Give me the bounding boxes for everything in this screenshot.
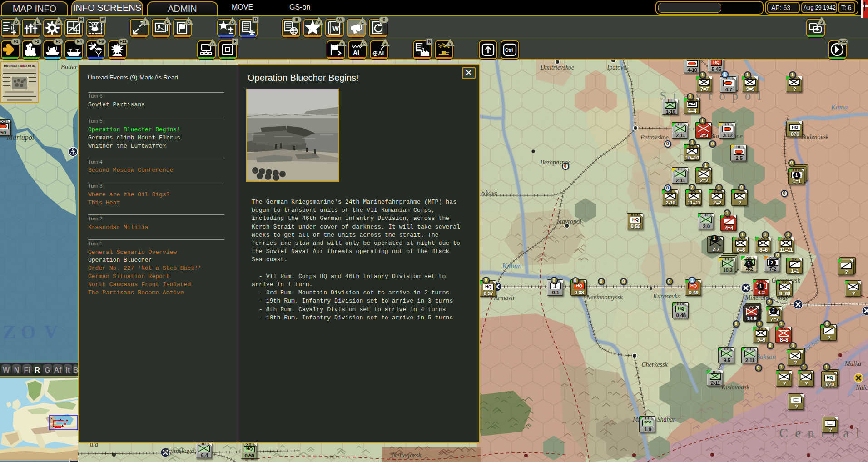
svg-text:Nalc: Nalc [855,384,868,391]
svg-text:Kislovodsk: Kislovodsk [721,384,749,391]
svg-text:Kurasavka: Kurasavka [653,293,681,300]
svg-text:Cherkessk: Cherkessk [641,361,668,368]
svg-text:O: O [21,322,36,343]
svg-text:Malka: Malka [844,360,861,367]
svg-text:AI: AI [353,49,359,56]
svg-text:Buder: Buder [61,63,78,70]
svg-text:Ipatovo: Ipatovo [607,64,627,71]
svg-text:W: W [332,25,339,32]
svg-text:Petrovskoe: Petrovskoe [640,134,669,141]
svg-text:C e n t r a l: C e n t r a l [779,426,862,440]
svg-text:Dmitrievskoe: Dmitrievskoe [540,64,575,71]
svg-text:Kuban: Kuban [502,262,522,270]
svg-text:Neftegorsk: Neftegorsk [392,452,422,459]
svg-text:Budenovsk: Budenovsk [801,134,829,140]
svg-text:Stavropol: Stavropol [557,218,581,225]
svg-text:Ctrl: Ctrl [505,48,513,53]
svg-text:AI: AI [378,50,384,57]
svg-text:Die große Stunde ist da: Die große Stunde ist da [4,64,35,68]
svg-text:Nevinnomyssk: Nevinnomyssk [586,294,623,301]
svg-text:Z: Z [3,322,15,343]
svg-text:V: V [44,322,58,343]
svg-text:Kuma: Kuma [831,104,848,111]
svg-text:Krymskaya: Krymskaya [163,447,194,454]
